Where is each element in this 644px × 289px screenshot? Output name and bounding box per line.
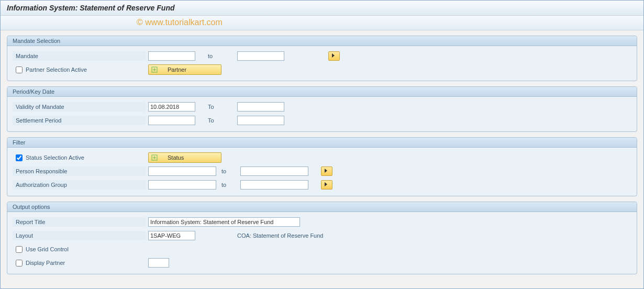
label-status-selection: Status Selection Active bbox=[26, 154, 84, 161]
label-to-validity: To bbox=[195, 104, 227, 110]
label-person: Person Responsible bbox=[13, 166, 146, 176]
input-report-title[interactable] bbox=[148, 217, 300, 227]
label-to-settlement: To bbox=[195, 117, 227, 124]
group-mandate-selection: Mandate Selection Mandate to bbox=[7, 36, 637, 81]
input-settlement-to[interactable] bbox=[237, 116, 284, 125]
arrow-right-icon bbox=[324, 168, 329, 174]
multiple-selection-mandate[interactable] bbox=[328, 51, 340, 61]
checkbox-partner-selection[interactable]: Partner Selection Active bbox=[13, 66, 146, 73]
arrow-right-icon bbox=[324, 182, 329, 188]
checkbox-partner-selection-input[interactable] bbox=[16, 66, 23, 73]
text-layout-desc: COA: Statement of Reserve Fund bbox=[237, 232, 323, 239]
checkbox-display-partner-input[interactable] bbox=[16, 260, 23, 266]
input-person-from[interactable] bbox=[148, 166, 216, 176]
input-layout[interactable] bbox=[148, 231, 195, 240]
multiple-selection-auth[interactable] bbox=[321, 180, 332, 190]
label-report-title: Report Title bbox=[13, 217, 146, 227]
toolbar: © www.tutorialkart.com bbox=[1, 16, 643, 30]
group-header-period: Period/Key Date bbox=[7, 87, 637, 97]
input-auth-from[interactable] bbox=[148, 180, 216, 190]
checkbox-status-selection[interactable]: Status Selection Active bbox=[13, 154, 146, 161]
group-header-output: Output options bbox=[7, 202, 637, 212]
input-mandate-to[interactable] bbox=[237, 51, 284, 61]
button-partner[interactable]: Partner bbox=[148, 64, 221, 75]
label-display-partner: Display Partner bbox=[26, 260, 65, 266]
label-settlement: Settlement Period bbox=[13, 116, 146, 125]
input-validity-from[interactable] bbox=[148, 102, 195, 112]
checkbox-status-selection-input[interactable] bbox=[16, 154, 23, 161]
multiple-selection-person[interactable] bbox=[321, 166, 332, 176]
label-to-mandate: to bbox=[195, 53, 227, 59]
checkbox-grid-control-input[interactable] bbox=[16, 246, 23, 253]
input-settlement-from[interactable] bbox=[148, 116, 195, 125]
group-header-filter: Filter bbox=[7, 138, 637, 148]
expand-icon bbox=[151, 154, 158, 161]
input-auth-to[interactable] bbox=[240, 180, 308, 190]
sap-window: Information System: Statement of Reserve… bbox=[0, 0, 644, 289]
checkbox-grid-control[interactable]: Use Grid Control bbox=[13, 246, 146, 253]
input-mandate-from[interactable] bbox=[148, 51, 195, 61]
group-header-mandate: Mandate Selection bbox=[7, 36, 637, 46]
checkbox-display-partner[interactable]: Display Partner bbox=[13, 260, 146, 266]
label-layout: Layout bbox=[13, 231, 146, 240]
button-partner-label: Partner bbox=[168, 66, 219, 73]
input-person-to[interactable] bbox=[240, 166, 308, 176]
input-validity-to[interactable] bbox=[237, 102, 284, 112]
label-auth-group: Authorization Group bbox=[13, 180, 146, 190]
group-period: Period/Key Date Validity of Mandate To S… bbox=[7, 86, 637, 132]
label-partner-selection: Partner Selection Active bbox=[26, 66, 87, 73]
page-title: Information System: Statement of Reserve… bbox=[1, 1, 643, 16]
group-output: Output options Report Title Layout COA: … bbox=[7, 202, 637, 274]
label-to-auth: to bbox=[216, 182, 240, 188]
label-grid-control: Use Grid Control bbox=[26, 246, 69, 252]
watermark-text: © www.tutorialkart.com bbox=[137, 18, 223, 27]
input-display-partner[interactable] bbox=[148, 258, 169, 268]
button-status-label: Status bbox=[168, 154, 219, 161]
button-status[interactable]: Status bbox=[148, 152, 221, 163]
label-mandate: Mandate bbox=[13, 51, 146, 61]
content-area: Mandate Selection Mandate to bbox=[1, 30, 643, 285]
label-validity: Validity of Mandate bbox=[13, 102, 146, 112]
group-filter: Filter Status Selection Active Status bbox=[7, 137, 637, 196]
expand-icon bbox=[151, 66, 158, 73]
label-to-person: to bbox=[216, 168, 240, 174]
arrow-right-icon bbox=[331, 53, 337, 59]
